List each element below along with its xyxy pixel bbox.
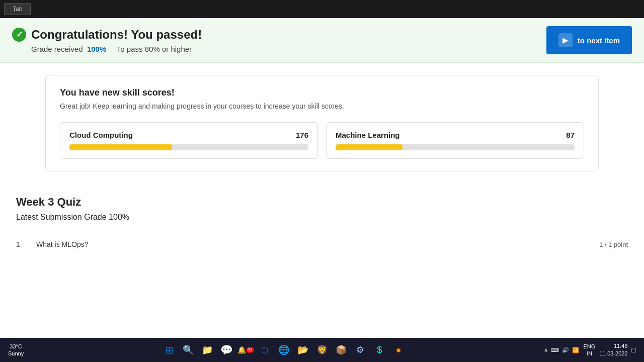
skill-card-subtitle: Great job! Keep learning and making prog… [60, 102, 584, 110]
coursera-button[interactable]: ⬡ [256, 341, 274, 359]
chrome-button[interactable]: 🌐 [275, 341, 293, 359]
next-item-button[interactable]: ▶ to next item [546, 26, 632, 54]
grade-value: 100% [87, 45, 106, 53]
taskbar: 33°C Sunny ⊞ 🔍 📁 💬 🔔33 ⬡ 🌐 📂 🦁 📦 ⚙ $ ● ∧… [0, 338, 644, 362]
quiz-section: Week 3 Quiz Latest Submission Grade 100%… [0, 184, 644, 266]
start-button[interactable]: ⊞ [160, 341, 178, 359]
quiz-grade: Latest Submission Grade 100% [16, 213, 628, 222]
check-icon: ✓ [12, 28, 26, 42]
congrats-title-text: Congratulations! You passed! [31, 28, 202, 42]
top-bar: Tab [0, 0, 644, 18]
app10-button[interactable]: ● [389, 341, 408, 359]
search-button[interactable]: 🔍 [179, 341, 197, 359]
chevron-up-icon[interactable]: ∧ [544, 347, 548, 353]
notification-button[interactable]: 🔔33 [236, 341, 255, 359]
progress-bg-cloud [69, 144, 308, 150]
taskbar-language: ENG IN [583, 343, 595, 357]
quiz-title: Week 3 Quiz [16, 196, 628, 209]
settings-button[interactable]: ⚙ [351, 341, 369, 359]
file-explorer-button[interactable]: 📁 [198, 341, 216, 359]
network-icon[interactable]: 📶 [572, 347, 579, 353]
skill-row-ml: Machine Learning 87 [336, 131, 575, 139]
grade-info: Grade received 100% To pass 80% or highe… [12, 45, 202, 53]
progress-bg-ml [336, 144, 575, 150]
main-content: You have new skill scores! Great job! Ke… [0, 63, 644, 184]
congrats-title-row: ✓ Congratulations! You passed! [12, 28, 202, 42]
skill-row-cloud: Cloud Computing 176 [69, 131, 308, 139]
skill-card: You have new skill scores! Great job! Ke… [45, 75, 599, 171]
next-item-label: to next item [578, 36, 620, 45]
next-item-icon: ▶ [558, 33, 573, 47]
skill-name-ml: Machine Learning [336, 131, 400, 139]
progress-fill-ml [336, 144, 403, 150]
skill-item-cloud: Cloud Computing 176 [60, 122, 318, 159]
volume-icon[interactable]: 🔊 [562, 347, 569, 353]
weather-temp: 33°C [8, 343, 24, 350]
grade-label: Grade received [31, 45, 83, 53]
keyboard-icon: ⌨ [551, 347, 559, 353]
question-row: 1. What is MLOps? 1 / 1 point [16, 234, 628, 254]
lang-region: IN [583, 350, 595, 357]
skill-item-ml: Machine Learning 87 [326, 122, 584, 159]
question-text: What is MLOps? [36, 240, 591, 248]
lang-code: ENG [583, 343, 595, 350]
progress-fill-cloud [69, 144, 172, 150]
skill-card-title: You have new skill scores! [60, 87, 584, 98]
weather-condition: Sunny [8, 350, 24, 357]
notification-center-icon[interactable]: □ [632, 346, 636, 354]
time-display: 11:46 [599, 342, 627, 350]
skill-score-cloud: 176 [296, 131, 308, 139]
tab-button[interactable]: Tab [4, 3, 31, 15]
box-button[interactable]: 📦 [332, 341, 350, 359]
taskbar-datetime: 11:46 11-03-2022 [599, 342, 627, 358]
pass-text: To pass 80% or higher [117, 45, 192, 53]
question-number: 1. [16, 240, 28, 248]
skill-name-cloud: Cloud Computing [69, 131, 133, 139]
congrats-banner: ✓ Congratulations! You passed! Grade rec… [0, 18, 644, 63]
date-display: 11-03-2022 [599, 350, 627, 357]
brave-button[interactable]: 🦁 [313, 341, 331, 359]
taskbar-icons: ⊞ 🔍 📁 💬 🔔33 ⬡ 🌐 📂 🦁 📦 ⚙ $ ● [30, 341, 538, 359]
question-points: 1 / 1 point [599, 241, 628, 248]
congrats-left: ✓ Congratulations! You passed! Grade rec… [12, 28, 202, 53]
sys-icons: ∧ ⌨ 🔊 📶 [544, 347, 579, 353]
skills-grid: Cloud Computing 176 Machine Learning 87 [60, 122, 584, 159]
teams-button[interactable]: 💬 [217, 341, 235, 359]
taskbar-weather: 33°C Sunny [4, 343, 28, 357]
taskbar-right: ∧ ⌨ 🔊 📶 ENG IN 11:46 11-03-2022 □ [540, 342, 640, 358]
app9-button[interactable]: $ [370, 341, 388, 359]
folder-button[interactable]: 📂 [294, 341, 312, 359]
skill-score-ml: 87 [566, 131, 575, 139]
